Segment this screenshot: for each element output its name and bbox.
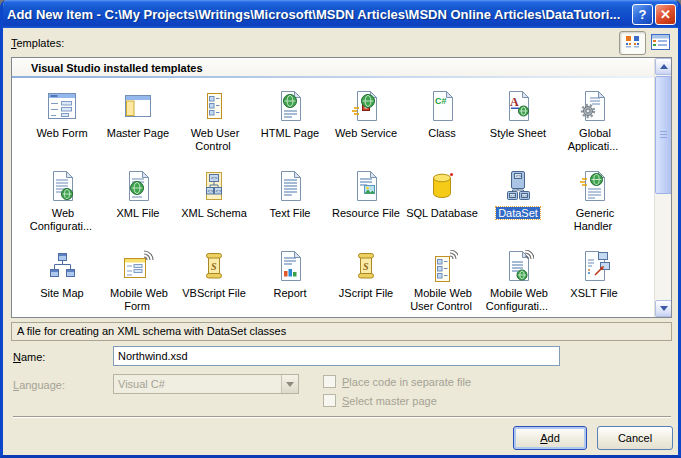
template-item-mobile-web-form[interactable]: Mobile Web Form — [100, 244, 176, 318]
large-icons-view-icon — [625, 35, 641, 51]
svg-text:<>: <> — [522, 193, 527, 198]
template-item-xml-file[interactable]: XML File — [100, 164, 176, 244]
global-application-icon — [578, 90, 610, 122]
template-item-global-application[interactable]: Global Applicati... — [556, 84, 632, 164]
template-item-html-page[interactable]: HTML Page — [252, 84, 328, 164]
style-sheet-icon: A — [502, 90, 534, 122]
add-new-item-dialog: Add New Item - C:\My Projects\Writings\M… — [0, 0, 681, 458]
template-item-label: DataSet — [496, 207, 540, 219]
titlebar[interactable]: Add New Item - C:\My Projects\Writings\M… — [0, 0, 681, 28]
class-icon: C# — [426, 90, 458, 122]
template-item-text-file[interactable]: Text File — [252, 164, 328, 244]
close-icon: ✕ — [660, 7, 671, 22]
template-item-label: Web Configurati... — [30, 207, 94, 232]
scroll-up-button[interactable] — [655, 58, 672, 75]
details-view-button[interactable] — [650, 34, 671, 52]
template-item-label: Text File — [268, 207, 313, 219]
template-item-report[interactable]: Report — [252, 244, 328, 318]
site-map-icon — [46, 250, 78, 282]
help-button[interactable]: ? — [632, 4, 653, 25]
template-item-resource-file[interactable]: Resource File — [328, 164, 404, 244]
template-item-dataset[interactable]: <><><>DataSet — [480, 164, 556, 244]
template-item-label: Generic Handler — [574, 207, 615, 232]
svg-text:<>: <> — [516, 174, 522, 179]
xslt-file-icon — [578, 250, 610, 282]
template-item-label: HTML Page — [259, 127, 321, 139]
name-label: Name: — [13, 351, 45, 363]
add-button[interactable]: Add — [513, 426, 587, 450]
template-item-generic-handler[interactable]: Generic Handler — [556, 164, 632, 244]
html-page-icon — [274, 90, 306, 122]
template-item-site-map[interactable]: Site Map — [24, 244, 100, 318]
template-item-label: Web Form — [34, 127, 89, 139]
resource-file-icon — [350, 170, 382, 202]
template-item-class[interactable]: C#Class — [404, 84, 480, 164]
template-item-label: Mobile Web Configurati... — [486, 287, 550, 312]
template-item-web-service[interactable]: Web Service — [328, 84, 404, 164]
template-item-style-sheet[interactable]: AStyle Sheet — [480, 84, 556, 164]
master-page-icon — [122, 90, 154, 122]
web-form-icon — [46, 90, 78, 122]
select-master-checkbox[interactable] — [323, 394, 336, 407]
templates-label: Templates: — [11, 37, 64, 49]
place-code-label: Place code in separate file — [342, 376, 471, 388]
template-item-label: Mobile Web Form — [108, 287, 168, 312]
template-item-label: XML Schema — [179, 207, 249, 219]
svg-text:<>: <> — [510, 193, 515, 198]
scrollbar-thumb[interactable] — [655, 76, 672, 194]
template-item-sql-database[interactable]: SQL Database — [404, 164, 480, 244]
scroll-up-icon — [660, 64, 668, 69]
combo-dropdown-button — [281, 375, 298, 393]
template-item-mobile-web-user-control[interactable]: Mobile Web User Control — [404, 244, 480, 318]
xml-schema-icon: <><><> — [198, 170, 230, 202]
report-icon — [274, 250, 306, 282]
template-item-label: Mobile Web User Control — [410, 287, 474, 312]
language-label: Language: — [13, 379, 65, 391]
svg-text:S: S — [211, 261, 217, 272]
jscript-file-icon: S — [350, 250, 382, 282]
template-item-xml-schema[interactable]: <><><>XML Schema — [176, 164, 252, 244]
vbscript-file-icon: S — [198, 250, 230, 282]
select-master-checkbox-row: Select master page — [323, 394, 437, 407]
group-header: Visual Studio installed templates — [12, 58, 654, 78]
language-value: Visual C# — [114, 378, 281, 390]
template-item-label: JScript File — [337, 287, 395, 299]
template-item-jscript-file[interactable]: SJScript File — [328, 244, 404, 318]
svg-text:C#: C# — [435, 96, 447, 106]
generic-handler-icon — [578, 170, 610, 202]
large-icons-view-button[interactable] — [619, 31, 646, 55]
close-button[interactable]: ✕ — [655, 4, 676, 25]
templates-grid: Web FormMaster Page Web User ControlHTML… — [24, 84, 636, 318]
details-view-icon — [651, 34, 670, 52]
template-item-label: Report — [271, 287, 308, 299]
window-title: Add New Item - C:\My Projects\Writings\M… — [0, 7, 632, 22]
svg-text:<>: <> — [211, 175, 217, 181]
svg-text:<>: <> — [216, 188, 222, 194]
place-code-checkbox[interactable] — [323, 375, 336, 388]
template-item-label: Style Sheet — [488, 127, 548, 139]
template-item-mobile-web-config[interactable]: Mobile Web Configurati... — [480, 244, 556, 318]
place-code-checkbox-row: Place code in separate file — [323, 375, 471, 388]
template-item-web-user-control[interactable]: Web User Control — [176, 84, 252, 164]
templates-list: Visual Studio installed templates Web Fo… — [11, 57, 672, 318]
cancel-button[interactable]: Cancel — [597, 426, 673, 450]
template-item-label: Site Map — [38, 287, 85, 299]
web-service-icon — [350, 90, 382, 122]
template-item-label: SQL Database — [404, 207, 480, 219]
template-item-web-form[interactable]: Web Form — [24, 84, 100, 164]
mobile-web-form-icon — [122, 250, 154, 282]
name-input[interactable] — [113, 346, 560, 366]
scroll-down-button[interactable] — [655, 300, 672, 317]
templates-scrollbar[interactable] — [654, 58, 671, 317]
template-item-label: XML File — [115, 207, 162, 219]
template-item-xslt-file[interactable]: XSLT File — [556, 244, 632, 318]
template-item-vbscript-file[interactable]: SVBScript File — [176, 244, 252, 318]
select-master-label: Select master page — [342, 395, 437, 407]
template-item-label: XSLT File — [568, 287, 619, 299]
template-item-master-page[interactable]: Master Page — [100, 84, 176, 164]
sql-database-icon — [426, 170, 458, 202]
language-select[interactable]: Visual C# — [113, 374, 299, 394]
template-item-web-config[interactable]: Web Configurati... — [24, 164, 100, 244]
svg-text:<>: <> — [208, 188, 214, 194]
template-item-label: Global Applicati... — [568, 127, 621, 152]
